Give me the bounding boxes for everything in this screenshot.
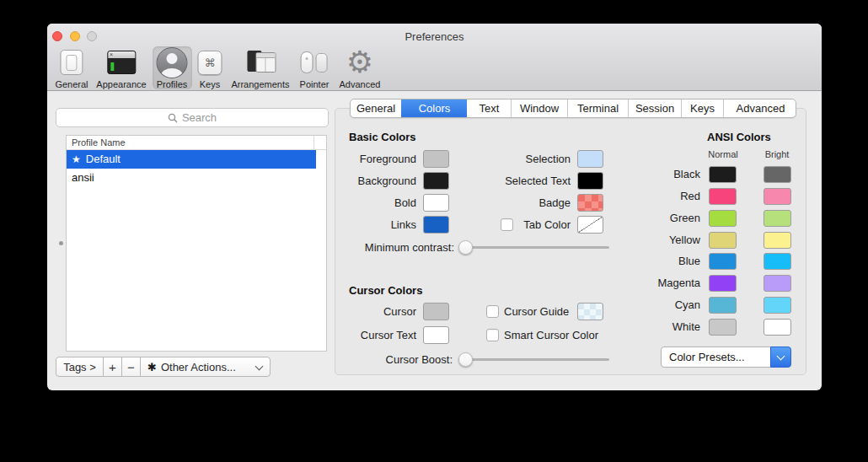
tab-general[interactable]: General xyxy=(351,99,401,117)
profile-name: ansii xyxy=(72,169,94,187)
preferences-window: Preferences General Appearance Profiles … xyxy=(47,24,822,390)
appearance-icon xyxy=(107,51,136,74)
tab-colors[interactable]: Colors xyxy=(401,99,467,117)
ansi-normal-black-well[interactable] xyxy=(709,166,737,183)
remove-profile-button[interactable]: − xyxy=(121,357,141,377)
foreground-label: Foreground xyxy=(360,150,416,168)
selected-text-label: Selected Text xyxy=(505,172,571,190)
ansi-normal-cyan-well[interactable] xyxy=(709,297,737,314)
ansi-bright-magenta-well[interactable] xyxy=(764,275,791,292)
ansi-label-white: White xyxy=(672,319,700,336)
bold-label: Bold xyxy=(394,194,416,212)
profile-row-default[interactable]: Default xyxy=(67,150,316,169)
ansi-bright-red-well[interactable] xyxy=(764,188,791,205)
toolbar-item-keys[interactable]: Keys xyxy=(198,46,222,89)
cursor-boost-slider[interactable] xyxy=(458,352,609,367)
ansi-bright-green-well[interactable] xyxy=(764,210,791,227)
ansi-label-blue: Blue xyxy=(678,253,700,270)
ansi-normal-yellow-well[interactable] xyxy=(709,232,737,249)
toolbar-label: Pointer xyxy=(300,79,330,89)
ansi-label-magenta: Magenta xyxy=(657,275,700,292)
tab-session[interactable]: Session xyxy=(628,99,681,117)
ansi-label-green: Green xyxy=(670,210,700,227)
tab-terminal[interactable]: Terminal xyxy=(567,99,628,117)
background-color-well[interactable] xyxy=(423,172,449,190)
ansi-bright-black-well[interactable] xyxy=(764,166,791,183)
toolbar-item-pointer[interactable]: Pointer xyxy=(300,46,330,89)
ansi-normal-blue-well[interactable] xyxy=(709,253,737,270)
smart-cursor-color-label: Smart Cursor Color xyxy=(504,326,598,344)
tags-button[interactable]: Tags > xyxy=(56,357,104,377)
toolbar-label: Advanced xyxy=(340,79,381,89)
cursor-boost-slider-knob[interactable] xyxy=(458,352,473,367)
minimum-contrast-slider[interactable] xyxy=(458,240,609,255)
ansi-bright-cyan-well[interactable] xyxy=(764,297,791,314)
toolbar-label: Arrangements xyxy=(231,79,289,89)
tab-keys[interactable]: Keys xyxy=(681,99,723,117)
tab-color-checkbox[interactable] xyxy=(501,218,513,231)
toolbar-item-general[interactable]: General xyxy=(55,46,88,89)
ansi-normal-white-well[interactable] xyxy=(709,319,737,336)
selected-text-color-well[interactable] xyxy=(577,172,603,190)
links-color-well[interactable] xyxy=(423,216,449,234)
profile-actions-row: Tags > + − Other Actions... xyxy=(56,357,271,377)
ansi-normal-red-well[interactable] xyxy=(709,188,737,205)
ansi-label-cyan: Cyan xyxy=(675,297,700,314)
tab-text[interactable]: Text xyxy=(467,99,511,117)
cursor-guide-color-well[interactable] xyxy=(577,303,603,320)
selection-color-well[interactable] xyxy=(577,150,603,168)
dropdown-button[interactable] xyxy=(770,346,791,368)
ansi-bright-blue-well[interactable] xyxy=(764,253,791,270)
ansi-label-black: Black xyxy=(673,166,700,183)
search-placeholder: Search xyxy=(182,111,217,124)
cursor-guide-checkbox[interactable] xyxy=(486,305,499,318)
chevron-down-icon xyxy=(255,363,264,371)
profile-name: Default xyxy=(86,150,121,169)
cursor-color-well[interactable] xyxy=(423,303,449,320)
profile-table: Profile Name Defaultansii xyxy=(66,135,327,352)
window-header: Preferences General Appearance Profiles … xyxy=(47,24,822,91)
toolbar-item-advanced[interactable]: Advanced xyxy=(340,46,381,89)
add-profile-button[interactable]: + xyxy=(103,357,122,377)
minimum-contrast-label: Minimum contrast: xyxy=(365,239,454,256)
ansi-normal-magenta-well[interactable] xyxy=(709,275,737,292)
toolbar-item-arrangements[interactable]: Arrangements xyxy=(231,46,289,89)
ansi-bright-yellow-well[interactable] xyxy=(764,232,791,249)
cursor-label: Cursor xyxy=(383,303,416,320)
search-input[interactable]: Search xyxy=(56,108,329,127)
tab-window[interactable]: Window xyxy=(511,99,567,117)
gear-icon xyxy=(346,47,373,78)
search-icon xyxy=(168,113,178,123)
bold-color-well[interactable] xyxy=(423,194,449,212)
general-icon xyxy=(60,50,83,75)
profile-row-ansii[interactable]: ansii xyxy=(67,169,326,187)
keys-icon xyxy=(198,51,222,75)
links-label: Links xyxy=(391,216,416,234)
arrangements-icon xyxy=(245,51,276,74)
color-presets-label: Color Presets... xyxy=(669,351,745,363)
color-presets-dropdown[interactable]: Color Presets... xyxy=(661,346,791,368)
minimum-contrast-slider-knob[interactable] xyxy=(458,240,473,255)
cursor-text-color-well[interactable] xyxy=(423,326,449,344)
toolbar-item-profiles[interactable]: Profiles xyxy=(157,46,188,89)
toolbar-item-appearance[interactable]: Appearance xyxy=(96,46,146,89)
slider-track xyxy=(458,358,609,361)
badge-color-well[interactable] xyxy=(577,194,603,212)
tab-color-well[interactable] xyxy=(577,216,603,234)
ansi-normal-green-well[interactable] xyxy=(709,210,737,227)
tab-color-label: Tab Color xyxy=(523,216,571,234)
other-actions-dropdown[interactable]: Other Actions... xyxy=(140,357,271,377)
window-title: Preferences xyxy=(47,30,822,43)
foreground-color-well[interactable] xyxy=(423,150,449,168)
ansi-normal-header: Normal xyxy=(708,149,737,159)
ansi-bright-white-well[interactable] xyxy=(764,319,791,336)
tab-advanced[interactable]: Advanced xyxy=(723,99,796,117)
smart-cursor-color-checkbox[interactable] xyxy=(486,329,499,341)
toolbar-label: General xyxy=(55,79,88,89)
settings-tab-bar: GeneralColorsTextWindowTerminalSessionKe… xyxy=(350,99,796,118)
cursor-guide-label: Cursor Guide xyxy=(504,303,569,320)
profile-table-header[interactable]: Profile Name xyxy=(67,136,326,150)
ansi-bright-header: Bright xyxy=(765,149,790,159)
background-label: Background xyxy=(358,172,416,190)
cursor-colors-title: Cursor Colors xyxy=(349,284,422,297)
